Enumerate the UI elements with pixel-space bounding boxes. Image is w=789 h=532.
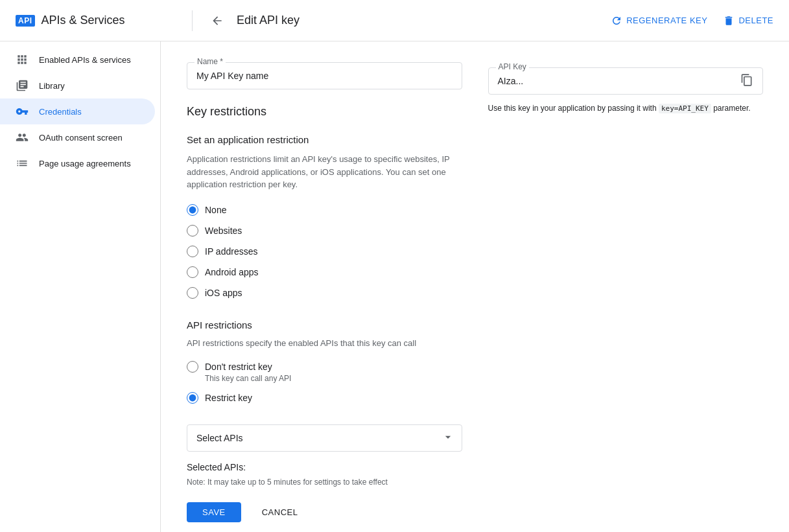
sidebar-item-enabled-apis[interactable]: Enabled APIs & services: [0, 47, 155, 73]
delete-button[interactable]: DELETE: [723, 15, 773, 27]
action-buttons: SAVE CANCEL: [187, 502, 462, 522]
api-restrictions-section: API restrictions API restrictions specif…: [187, 319, 462, 522]
radio-android-apps[interactable]: Android apps: [187, 266, 462, 278]
radio-websites[interactable]: Websites: [187, 225, 462, 237]
logo-area: API APIs & Services: [16, 14, 176, 27]
api-key-hint-text: Use this key in your application by pass…: [488, 104, 657, 113]
api-key-field: API Key AIza...: [488, 67, 764, 95]
main-layout: Enabled APIs & services Library Credenti…: [0, 41, 789, 532]
radio-ios-input[interactable]: [187, 287, 198, 299]
radio-android-input[interactable]: [187, 266, 198, 278]
sidebar: Enabled APIs & services Library Credenti…: [0, 41, 161, 532]
name-field: Name *: [187, 62, 462, 89]
library-icon: [16, 79, 29, 92]
save-button[interactable]: SAVE: [187, 502, 241, 522]
radio-dont-restrict[interactable]: Don't restrict key: [187, 361, 462, 373]
key-restrictions-title: Key restrictions: [187, 105, 462, 119]
api-key-hint-code: key=API_KEY: [659, 104, 711, 113]
radio-dont-restrict-subtext: This key can call any API: [205, 374, 462, 383]
radio-restrict-key-input[interactable]: [187, 392, 198, 404]
radio-ip-label: IP addresses: [205, 246, 257, 257]
regenerate-icon: [611, 15, 622, 27]
restrict-key-option: Restrict key: [187, 392, 462, 404]
top-header: API APIs & Services Edit API key REGENER…: [0, 0, 789, 41]
api-key-hint-suffix: parameter.: [713, 104, 750, 113]
sidebar-item-oauth-label: OAuth consent screen: [39, 133, 123, 143]
app-restriction-radio-group: None Websites IP addresses Android apps: [187, 204, 462, 299]
page-title: Edit API key: [237, 14, 600, 27]
sidebar-item-credentials-label: Credentials: [39, 107, 82, 117]
regenerate-key-button[interactable]: REGENERATE KEY: [611, 15, 707, 27]
radio-none-input[interactable]: [187, 204, 198, 216]
header-divider: [192, 10, 193, 31]
key-icon: [16, 105, 29, 118]
name-field-label: Name *: [194, 57, 226, 66]
header-actions: REGENERATE KEY DELETE: [611, 15, 773, 27]
radio-restrict-key-label: Restrict key: [205, 393, 252, 403]
radio-dont-restrict-input[interactable]: [187, 361, 198, 373]
api-restriction-radio-group: Don't restrict key This key can call any…: [187, 361, 462, 404]
api-restrictions-title: API restrictions: [187, 319, 462, 330]
app-restriction-title: Set an application restriction: [187, 134, 462, 145]
api-key-label: API Key: [496, 62, 529, 71]
note-text: Note: It may take up to 5 minutes for se…: [187, 478, 462, 487]
radio-ios-label: iOS apps: [205, 288, 242, 298]
left-column: Name * Key restrictions Set an applicati…: [187, 62, 462, 522]
people-icon: [16, 131, 29, 144]
select-apis-dropdown[interactable]: Select APIs: [187, 424, 462, 452]
radio-none-label: None: [205, 205, 226, 215]
radio-ip-input[interactable]: [187, 246, 198, 257]
regenerate-key-label: REGENERATE KEY: [626, 16, 707, 25]
cancel-button[interactable]: CANCEL: [252, 502, 309, 522]
main-content: Name * Key restrictions Set an applicati…: [161, 41, 789, 532]
radio-restrict-key[interactable]: Restrict key: [187, 392, 462, 404]
radio-ip-addresses[interactable]: IP addresses: [187, 246, 462, 257]
api-key-box: AIza...: [488, 67, 764, 95]
radio-dont-restrict-label: Don't restrict key: [205, 362, 272, 372]
name-input[interactable]: [187, 62, 462, 89]
select-apis-wrapper: Select APIs: [187, 424, 462, 452]
app-restriction-desc: Application restrictions limit an API ke…: [187, 153, 462, 191]
content-grid: Name * Key restrictions Set an applicati…: [187, 62, 763, 522]
delete-label: DELETE: [738, 16, 773, 25]
copy-key-button[interactable]: [738, 71, 756, 91]
logo-api-text: API: [16, 15, 35, 27]
radio-websites-input[interactable]: [187, 225, 198, 237]
back-button[interactable]: [208, 12, 226, 30]
dont-restrict-option: Don't restrict key This key can call any…: [187, 361, 462, 383]
sidebar-item-credentials[interactable]: Credentials: [0, 98, 155, 124]
api-restrictions-desc: API restrictions specify the enabled API…: [187, 338, 462, 348]
radio-android-label: Android apps: [205, 267, 259, 277]
radio-ios-apps[interactable]: iOS apps: [187, 287, 462, 299]
sidebar-item-oauth[interactable]: OAuth consent screen: [0, 124, 155, 150]
sidebar-item-page-usage[interactable]: Page usage agreements: [0, 150, 155, 176]
sidebar-item-page-usage-label: Page usage agreements: [39, 159, 131, 168]
sidebar-item-library[interactable]: Library: [0, 73, 155, 98]
delete-icon: [723, 15, 735, 27]
sidebar-item-enabled-apis-label: Enabled APIs & services: [39, 55, 131, 65]
radio-none[interactable]: None: [187, 204, 462, 216]
app-title: APIs & Services: [41, 14, 125, 27]
radio-websites-label: Websites: [205, 226, 242, 236]
copy-icon: [740, 74, 753, 87]
api-key-value: AIza...: [498, 76, 524, 86]
selected-apis-label: Selected APIs:: [187, 462, 462, 472]
sidebar-item-library-label: Library: [39, 81, 65, 91]
api-key-hint: Use this key in your application by pass…: [488, 102, 764, 115]
list-icon: [16, 157, 29, 170]
grid-icon: [16, 53, 29, 66]
right-column: API Key AIza... Use this key in your app…: [488, 62, 764, 522]
